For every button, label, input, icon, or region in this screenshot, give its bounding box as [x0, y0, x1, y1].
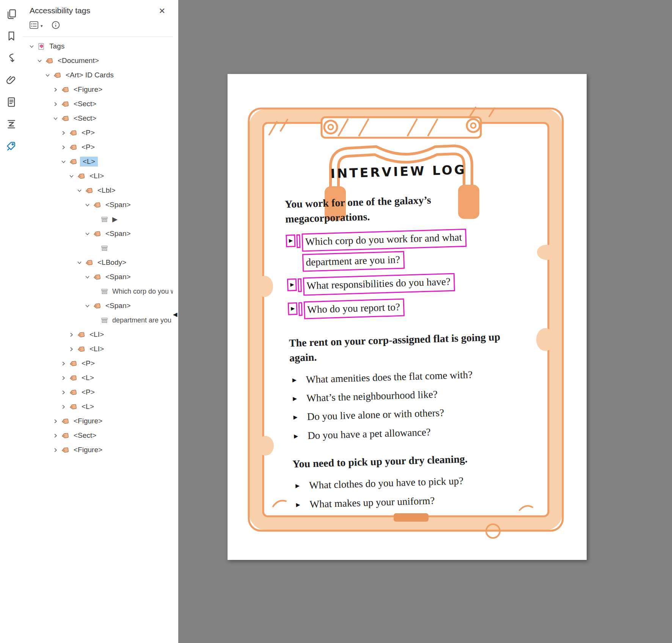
chevron-down-icon[interactable] — [53, 116, 60, 121]
chevron-right-icon[interactable] — [53, 418, 60, 424]
chevron-down-icon[interactable] — [45, 72, 52, 78]
info-button[interactable] — [51, 20, 60, 31]
tree-row[interactable]: <Art> ID Cards — [23, 68, 173, 82]
articles-icon[interactable] — [5, 96, 18, 108]
chevron-down-icon[interactable] — [69, 173, 76, 179]
tag-icon — [46, 58, 53, 64]
info-icon — [51, 20, 60, 31]
chevron-down-icon[interactable] — [77, 188, 84, 193]
doc-list-item: ▶What’s the neighbourhood like? — [290, 385, 520, 406]
tag-highlight-box: department are you in? — [302, 251, 405, 272]
doc-heading: You work for one of the galaxy’s megacor… — [284, 190, 514, 226]
list-item-text: What makes up your uniform? — [309, 491, 523, 511]
tree-row[interactable]: <Figure> — [23, 82, 173, 97]
tag-icon — [85, 187, 93, 194]
tree-row[interactable] — [23, 241, 173, 255]
tag-icon — [61, 115, 69, 122]
tree-row[interactable]: ▶ — [23, 212, 173, 226]
tag-icon — [61, 101, 69, 107]
bookmarks-icon[interactable] — [5, 30, 18, 42]
tree-row[interactable]: <L> — [23, 371, 173, 385]
tree-item-label: <Sect> — [72, 431, 98, 440]
attachments-icon[interactable] — [5, 74, 18, 86]
options-menu-button[interactable]: ▾ — [30, 21, 43, 31]
tag-icon — [69, 144, 77, 151]
tree-row[interactable]: <LI> — [23, 169, 173, 183]
tag-highlight-box: What responsibilities do you have? — [303, 273, 455, 296]
chevron-down-icon[interactable] — [85, 202, 92, 208]
chevron-right-icon[interactable] — [61, 145, 68, 150]
tree-row[interactable]: Which corp do you w — [23, 284, 173, 299]
tree-row[interactable]: <Span> — [23, 270, 173, 284]
tree-item-label: <P> — [80, 387, 96, 397]
tree-row[interactable]: <LI> — [23, 342, 173, 356]
tree-row[interactable]: <Span> — [23, 299, 173, 313]
tree-row[interactable]: <P> — [23, 140, 173, 154]
tree-item-label: <P> — [80, 142, 96, 152]
tree-item-label: <LBody> — [96, 258, 128, 267]
tree-row[interactable]: <Lbl> — [23, 183, 173, 198]
collapse-panel-button[interactable]: ◀ — [173, 311, 177, 318]
chevron-right-icon[interactable] — [53, 433, 60, 439]
page-thumbnails-icon[interactable] — [5, 8, 18, 20]
doc-heading: You need to pick up your dry cleaning. — [292, 450, 522, 472]
tag-highlight-box — [298, 278, 302, 292]
tag-highlight-box: ▶ — [288, 302, 298, 315]
tree-row[interactable]: Tags — [23, 39, 173, 53]
close-icon[interactable]: ✕ — [159, 7, 165, 15]
tree-row[interactable]: <LBody> — [23, 255, 173, 270]
tree-row[interactable]: <Span> — [23, 226, 173, 241]
chevron-right-icon[interactable] — [53, 87, 60, 93]
chevron-down-icon[interactable] — [37, 58, 44, 64]
chevron-right-icon[interactable] — [61, 130, 68, 136]
chevron-down-icon[interactable] — [77, 260, 84, 266]
list-bullet-area: ▶ — [288, 301, 304, 316]
pdf-page[interactable]: INTERVIEW LOG You work for one of the ga… — [228, 74, 587, 560]
tree-row[interactable]: <P> — [23, 385, 173, 399]
chevron-right-icon[interactable] — [69, 346, 76, 352]
tree-row[interactable]: <LI> — [23, 327, 173, 342]
tree-row[interactable]: <Document> — [23, 53, 173, 68]
content-panel-icon[interactable] — [5, 118, 18, 130]
tags-panel-icon[interactable] — [5, 140, 18, 152]
tree-row[interactable]: <Sect> — [23, 111, 173, 126]
tree-row[interactable]: <Figure> — [23, 443, 173, 457]
chevron-right-icon[interactable] — [61, 390, 68, 395]
doc-list-item: ▶What makes up your uniform? — [294, 491, 523, 511]
chevron-right-icon[interactable] — [53, 101, 60, 107]
tree-row[interactable]: department are you i — [23, 313, 173, 327]
chevron-down-icon[interactable] — [85, 303, 92, 309]
tree-item-label: <Span> — [104, 229, 132, 239]
list-item-text: Which corp do you work for and whatdepar… — [301, 227, 516, 274]
tree-row[interactable]: <Span> — [23, 198, 173, 212]
tree-item-label: <Lbl> — [96, 186, 117, 195]
options-icon — [30, 21, 39, 31]
document-canvas: INTERVIEW LOG You work for one of the ga… — [178, 0, 672, 643]
tree-row[interactable]: <P> — [23, 356, 173, 371]
tree-row[interactable]: <Sect> — [23, 428, 173, 443]
chevron-down-icon[interactable] — [29, 44, 36, 49]
tag-highlight-box: ▶ — [286, 234, 295, 247]
chevron-right-icon[interactable] — [61, 404, 68, 410]
list-item-text: What clothes do you have to pick up? — [309, 472, 522, 492]
tree-row[interactable]: <P> — [23, 126, 173, 140]
chevron-down-icon[interactable] — [85, 274, 92, 280]
panel-divider[interactable]: ◀ — [173, 0, 178, 643]
tree-item-label: <Figure> — [72, 416, 104, 426]
chevron-right-icon[interactable] — [53, 447, 60, 453]
chevron-right-icon[interactable] — [61, 375, 68, 381]
tag-icon — [69, 360, 77, 367]
tree-item-label: <LI> — [88, 330, 105, 340]
tree-row[interactable]: <Sect> — [23, 97, 173, 111]
reading-order-icon[interactable] — [5, 52, 18, 64]
tree-row[interactable]: <L> — [23, 399, 173, 414]
doc-list-item: ▶Who do you report to? — [288, 295, 517, 322]
chevron-down-icon[interactable] — [61, 159, 68, 165]
chevron-right-icon[interactable] — [69, 332, 76, 338]
chevron-down-icon[interactable] — [85, 231, 92, 237]
tree-item-label: Which corp do you w — [111, 287, 173, 296]
tree-row[interactable]: <L> — [23, 154, 173, 169]
list-bullet-icon: ▶ — [294, 429, 298, 440]
tree-row[interactable]: <Figure> — [23, 414, 173, 428]
chevron-right-icon[interactable] — [61, 361, 68, 366]
